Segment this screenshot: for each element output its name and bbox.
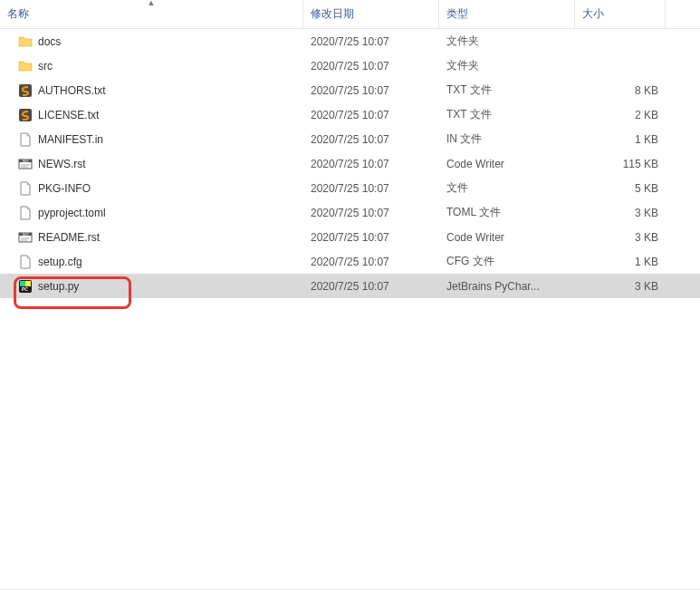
file-name-cell: PKG-INFO [0,181,303,196]
file-type-cell: IN 文件 [439,131,575,147]
file-type-cell: TXT 文件 [439,82,575,98]
file-icon [18,206,33,220]
file-size-cell: 1 KB [575,256,666,268]
file-row[interactable]: setup.cfg2020/7/25 10:07CFG 文件1 KB [0,249,700,274]
file-date-cell: 2020/7/25 10:07 [303,60,439,73]
file-date-cell: 2020/7/25 10:07 [303,256,439,268]
file-name-cell: MANIFEST.in [0,132,303,147]
file-name-cell: src [0,59,303,73]
file-row[interactable]: src2020/7/25 10:07文件夹 [0,53,700,78]
file-list[interactable]: docs2020/7/25 10:07文件夹src2020/7/25 10:07… [0,29,700,589]
file-date-cell: 2020/7/25 10:07 [303,158,439,170]
file-date-cell: 2020/7/25 10:07 [303,84,439,97]
file-icon [18,255,33,269]
file-type-cell: Code Writer [439,231,575,244]
column-header-type-label: 类型 [446,6,468,22]
file-date-cell: 2020/7/25 10:07 [303,231,439,244]
file-name-label: NEWS.rst [38,158,86,170]
file-type-cell: JetBrains PyChar... [439,280,575,293]
file-row[interactable]: LICENSE.txt2020/7/25 10:07TXT 文件2 KB [0,102,700,127]
file-row[interactable]: AUTHORS.txt2020/7/25 10:07TXT 文件8 KB [0,78,700,102]
file-date-cell: 2020/7/25 10:07 [303,207,439,219]
column-header-size-label: 大小 [582,6,604,22]
file-row[interactable]: setup.py2020/7/25 10:07JetBrains PyChar.… [0,274,700,298]
file-icon [18,181,33,196]
file-size-cell: 2 KB [575,109,666,121]
file-row[interactable]: MANIFEST.in2020/7/25 10:07IN 文件1 KB [0,127,700,151]
file-name-cell: LICENSE.txt [0,108,303,122]
file-name-cell: docs [0,34,303,49]
file-name-label: setup.cfg [38,256,82,268]
sublime-icon [18,83,33,98]
file-type-cell: TOML 文件 [439,205,575,220]
file-type-cell: 文件夹 [439,58,575,73]
file-type-cell: TXT 文件 [439,107,575,122]
file-name-cell: setup.py [0,279,303,294]
file-name-cell: setup.cfg [0,255,303,269]
file-date-cell: 2020/7/25 10:07 [303,280,439,293]
column-header-type[interactable]: 类型 [439,0,575,28]
file-date-cell: 2020/7/25 10:07 [303,35,439,48]
file-size-cell: 3 KB [575,231,666,244]
file-name-cell: pyproject.toml [0,206,303,220]
column-header-row: 名称 ▲ 修改日期 类型 大小 [0,0,700,29]
file-row[interactable]: README.rst2020/7/25 10:07Code Writer3 KB [0,225,700,249]
file-explorer: 名称 ▲ 修改日期 类型 大小 docs2020/7/25 10:07文件夹sr… [0,0,700,590]
column-header-name-label: 名称 [7,6,29,22]
file-name-label: src [38,60,53,73]
file-icon [18,132,33,147]
file-size-cell: 115 KB [575,158,666,170]
column-header-date-label: 修改日期 [311,6,354,22]
sort-ascending-icon: ▲ [148,0,156,7]
file-name-label: docs [38,35,61,48]
file-name-label: AUTHORS.txt [38,84,106,97]
file-row[interactable]: docs2020/7/25 10:07文件夹 [0,29,700,53]
folder-icon [18,34,33,49]
file-name-label: setup.py [38,280,79,293]
file-name-label: README.rst [38,231,100,244]
file-size-cell: 8 KB [575,84,666,97]
file-name-label: MANIFEST.in [38,133,103,146]
file-type-cell: 文件 [439,180,575,196]
file-row[interactable]: pyproject.toml2020/7/25 10:07TOML 文件3 KB [0,200,700,225]
file-date-cell: 2020/7/25 10:07 [303,109,439,121]
text-icon [18,157,33,171]
sublime-icon [18,108,33,122]
text-icon [18,230,33,245]
file-type-cell: CFG 文件 [439,254,575,269]
file-type-cell: Code Writer [439,158,575,170]
file-name-cell: README.rst [0,230,303,245]
column-header-size[interactable]: 大小 [575,0,666,28]
file-size-cell: 5 KB [575,182,666,195]
file-row[interactable]: PKG-INFO2020/7/25 10:07文件5 KB [0,176,700,200]
file-row[interactable]: NEWS.rst2020/7/25 10:07Code Writer115 KB [0,151,700,176]
column-header-name[interactable]: 名称 ▲ [0,0,303,28]
file-size-cell: 3 KB [575,280,666,293]
column-header-date[interactable]: 修改日期 [303,0,439,28]
file-size-cell: 1 KB [575,133,666,146]
file-type-cell: 文件夹 [439,34,575,49]
file-name-label: pyproject.toml [38,207,106,219]
file-size-cell: 3 KB [575,207,666,219]
file-name-label: PKG-INFO [38,182,91,195]
folder-icon [18,59,33,73]
pycharm-icon [18,279,33,294]
file-name-cell: NEWS.rst [0,157,303,171]
file-date-cell: 2020/7/25 10:07 [303,133,439,146]
file-date-cell: 2020/7/25 10:07 [303,182,439,195]
file-name-cell: AUTHORS.txt [0,83,303,98]
file-name-label: LICENSE.txt [38,109,99,121]
